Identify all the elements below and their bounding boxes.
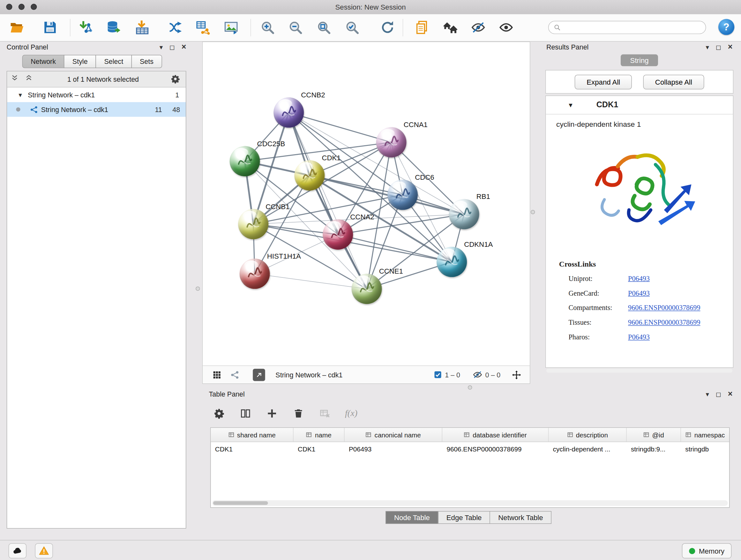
column-header-name[interactable]: name <box>293 428 345 442</box>
cell-canonical-name[interactable]: P06493 <box>345 442 443 456</box>
network-node-ccna1[interactable] <box>376 127 407 158</box>
table-row[interactable]: CDK1 CDK1 P06493 9606.ENSP00000378699 cy… <box>211 442 729 456</box>
save-session-icon[interactable] <box>42 19 58 36</box>
column-header-description[interactable]: description <box>549 428 626 442</box>
column-header-id[interactable]: @id <box>627 428 681 442</box>
table-options-gear-icon[interactable] <box>212 407 225 420</box>
graphics-details-icon[interactable] <box>442 19 459 36</box>
network-node-ccnb2[interactable] <box>273 98 304 128</box>
panel-close-icon[interactable]: × <box>728 389 733 399</box>
zoom-selected-icon[interactable] <box>344 19 360 36</box>
network-edge[interactable] <box>255 273 367 289</box>
delete-column-icon[interactable] <box>292 407 305 420</box>
scrollbar-thumb[interactable] <box>213 501 268 505</box>
crosslink-uniprot-link[interactable]: P06493 <box>628 274 650 283</box>
cell-database-identifier[interactable]: 9606.ENSP00000378699 <box>442 442 549 456</box>
grid-mode-icon[interactable] <box>211 369 223 381</box>
export-image-icon[interactable] <box>222 19 239 36</box>
panel-close-icon[interactable]: × <box>182 43 186 52</box>
cell-shared-name[interactable]: CDK1 <box>211 442 293 456</box>
tab-string[interactable]: String <box>621 54 658 66</box>
memory-button[interactable]: Memory <box>682 543 732 558</box>
copy-style-icon[interactable] <box>414 19 430 36</box>
network-share-icon[interactable] <box>229 369 241 381</box>
show-all-icon[interactable] <box>497 19 515 36</box>
network-options-gear-icon[interactable] <box>171 74 181 84</box>
panel-float-icon[interactable]: ◻ <box>716 390 721 398</box>
collapse-all-button[interactable]: Collapse All <box>643 74 704 89</box>
zoom-out-icon[interactable] <box>287 19 304 36</box>
tab-network-table[interactable]: Network Table <box>490 511 552 524</box>
hide-selected-icon[interactable] <box>470 19 487 36</box>
tab-sets[interactable]: Sets <box>131 55 162 68</box>
horizontal-splitter-handle[interactable] <box>468 385 472 389</box>
network-node-cdk1[interactable] <box>294 160 325 191</box>
right-splitter-handle[interactable] <box>531 210 535 214</box>
tab-style[interactable]: Style <box>64 55 96 68</box>
zoom-in-icon[interactable] <box>259 19 276 36</box>
cell-namespace[interactable]: stringdb <box>681 442 729 456</box>
column-header-canonical-name[interactable]: canonical name <box>345 428 443 442</box>
network-node-ccne1[interactable] <box>352 273 382 304</box>
panel-menu-icon[interactable]: ▾ <box>706 390 709 398</box>
tab-select[interactable]: Select <box>96 55 132 68</box>
expand-all-button[interactable]: Expand All <box>575 74 632 89</box>
panel-menu-icon[interactable]: ▾ <box>706 44 709 51</box>
network-edge[interactable] <box>289 112 391 142</box>
results-scrollbar[interactable] <box>546 369 732 373</box>
panel-close-icon[interactable]: × <box>728 43 733 52</box>
column-header-shared-name[interactable]: shared name <box>211 428 293 442</box>
warnings-icon[interactable] <box>35 543 53 558</box>
crosslink-compartments-link[interactable]: 9606.ENSP00000378699 <box>628 304 700 312</box>
refresh-view-icon[interactable] <box>379 19 396 36</box>
left-splitter-handle[interactable] <box>196 287 200 291</box>
cell-id[interactable]: stringdb:9... <box>627 442 681 456</box>
tab-network[interactable]: Network <box>22 55 64 68</box>
collapse-all-networks-icon[interactable] <box>11 74 21 84</box>
column-header-database-identifier[interactable]: database identifier <box>442 428 549 442</box>
zoom-window-button[interactable] <box>30 4 37 10</box>
import-network-file-icon[interactable] <box>77 19 94 36</box>
network-edge[interactable] <box>289 112 367 289</box>
network-node-ccnb1[interactable] <box>238 209 268 240</box>
network-from-table-icon[interactable] <box>195 19 212 36</box>
panel-float-icon[interactable]: ◻ <box>170 44 175 51</box>
close-window-button[interactable] <box>6 4 12 10</box>
network-node-cdc25b[interactable] <box>230 146 260 177</box>
cell-name[interactable]: CDK1 <box>293 442 345 456</box>
search-input[interactable] <box>564 23 701 32</box>
panel-float-icon[interactable]: ◻ <box>716 44 721 51</box>
tab-edge-table[interactable]: Edge Table <box>438 511 490 524</box>
cell-description[interactable]: cyclin-dependent ... <box>549 442 626 456</box>
network-collection-row[interactable]: ▼ String Network – cdk1 1 <box>7 87 186 102</box>
network-node-cdc6[interactable] <box>387 180 418 210</box>
column-header-namespace[interactable]: namespac <box>681 428 729 442</box>
section-collapse-icon[interactable]: ▼ <box>568 102 574 109</box>
selected-nodes-checkbox-icon[interactable] <box>433 370 442 379</box>
crosslink-tissues-link[interactable]: 9606.ENSP00000378699 <box>628 319 700 327</box>
new-network-icon[interactable] <box>167 19 184 36</box>
network-canvas[interactable]: CCNB2CCNA1CDC25BCDK1CDC6RB1CCNB1CCNA2CDK… <box>203 42 530 366</box>
import-table-icon[interactable] <box>134 19 151 36</box>
hidden-items-eye-icon[interactable] <box>472 370 482 380</box>
add-column-icon[interactable] <box>266 407 278 420</box>
open-session-icon[interactable] <box>9 19 25 36</box>
network-node-ccna2[interactable] <box>323 219 353 250</box>
cloud-status-icon[interactable] <box>9 543 26 558</box>
crosslink-pharos-link[interactable]: P06493 <box>628 333 650 341</box>
crosslink-genecard-link[interactable]: P06493 <box>628 289 650 297</box>
panel-menu-icon[interactable]: ▾ <box>159 44 163 51</box>
tab-node-table[interactable]: Node Table <box>386 511 438 524</box>
network-row-selected[interactable]: String Network – cdk1 11 48 <box>7 102 186 117</box>
import-network-database-icon[interactable] <box>105 19 122 36</box>
network-node-hist1h1a[interactable] <box>240 259 270 289</box>
show-columns-icon[interactable] <box>239 407 252 420</box>
expand-all-networks-icon[interactable] <box>25 74 36 84</box>
fit-move-icon[interactable] <box>511 369 522 381</box>
birds-eye-view-button[interactable] <box>253 368 265 381</box>
zoom-fit-icon[interactable] <box>315 19 332 36</box>
minimize-window-button[interactable] <box>18 4 24 10</box>
network-node-cdkn1a[interactable] <box>436 247 467 277</box>
collection-expand-icon[interactable]: ▼ <box>17 91 23 98</box>
help-icon[interactable]: ? <box>718 19 734 35</box>
